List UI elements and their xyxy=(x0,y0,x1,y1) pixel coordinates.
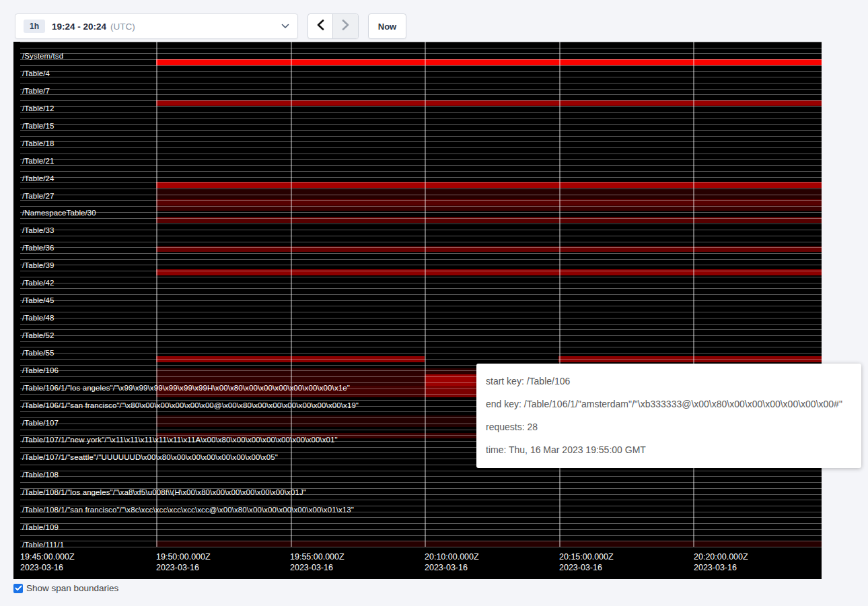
span-label: /Table/45 xyxy=(22,296,55,304)
time-axis-tick: 19:45:00.000Z2023-03-16 xyxy=(20,551,75,573)
span-boundary-line xyxy=(20,547,822,547)
span-boundary-line xyxy=(20,253,822,254)
footer: Show span boundaries xyxy=(13,583,118,593)
span-label: /Table/106/1/"san francisco"/"\x80\x00\x… xyxy=(22,401,359,409)
chevron-down-icon xyxy=(281,24,289,29)
duration-badge: 1h xyxy=(24,20,45,33)
span-label: /Table/108/1/"los angeles"/"\xa8\xf5\u00… xyxy=(22,488,306,496)
span-boundary-line xyxy=(20,294,822,295)
span-boundary-line xyxy=(20,529,822,530)
time-axis-date: 2023-03-16 xyxy=(694,562,748,573)
chevron-left-icon xyxy=(317,20,324,33)
span-boundary-line xyxy=(20,94,822,95)
span-label: /Table/7 xyxy=(22,87,50,95)
time-axis-date: 2023-03-16 xyxy=(20,562,75,573)
span-boundary-line xyxy=(20,154,822,154)
span-boundary-line xyxy=(20,265,822,265)
span-boundary-line xyxy=(20,48,822,48)
time-nav-group xyxy=(308,13,359,39)
time-axis-time: 20:10:00.000Z xyxy=(425,551,479,562)
span-boundary-line xyxy=(20,535,822,536)
time-gridline xyxy=(425,42,426,547)
time-axis-tick: 19:50:00.000Z2023-03-16 xyxy=(156,551,211,573)
span-label: /Table/108 xyxy=(22,471,59,479)
time-axis-time: 20:15:00.000Z xyxy=(559,551,614,562)
time-gridline xyxy=(559,42,560,547)
span-label: /NamespaceTable/30 xyxy=(22,209,96,217)
span-label: /Table/4 xyxy=(22,69,50,77)
span-label: /Table/36 xyxy=(22,244,55,252)
time-axis-tick: 20:10:00.000Z2023-03-16 xyxy=(425,551,479,573)
span-boundary-line xyxy=(20,124,822,125)
span-boundary-line xyxy=(20,130,822,131)
heat-band xyxy=(156,188,822,199)
span-label: /Table/111/1 xyxy=(22,541,64,549)
next-time-button[interactable] xyxy=(333,14,358,38)
span-boundary-line xyxy=(20,100,822,101)
span-boundary-line xyxy=(20,329,822,330)
span-boundary-line xyxy=(20,341,822,342)
span-boundary-line xyxy=(20,59,822,60)
show-span-boundaries-label: Show span boundaries xyxy=(26,583,118,593)
key-visualizer[interactable]: /System/tsd/Table/4/Table/7/Table/12/Tab… xyxy=(13,42,822,579)
span-boundary-line xyxy=(20,312,822,312)
time-range-selector[interactable]: 1h 19:24 - 20:24 (UTC) xyxy=(15,13,298,39)
span-boundary-line xyxy=(20,106,822,107)
span-boundary-line xyxy=(20,541,822,541)
time-axis-tick: 20:20:00.000Z2023-03-16 xyxy=(694,551,748,573)
span-boundary-line xyxy=(20,283,822,283)
span-boundary-line xyxy=(20,347,822,347)
show-span-boundaries-checkbox[interactable] xyxy=(13,584,23,593)
span-boundary-line xyxy=(20,53,822,54)
span-boundary-line xyxy=(20,147,822,148)
span-label: /System/tsd xyxy=(22,52,63,60)
span-label: /Table/42 xyxy=(22,279,55,287)
span-boundary-line xyxy=(20,224,822,224)
span-boundary-line xyxy=(20,523,822,524)
span-boundary-line xyxy=(20,83,822,83)
span-boundary-line xyxy=(20,77,822,77)
span-boundary-line xyxy=(20,359,822,360)
time-axis-date: 2023-03-16 xyxy=(559,562,614,573)
check-icon xyxy=(15,585,22,591)
time-range-label: 19:24 - 20:24 xyxy=(52,22,106,32)
span-boundary-line xyxy=(20,65,822,66)
prev-time-button[interactable] xyxy=(308,14,333,38)
time-axis-time: 19:45:00.000Z xyxy=(20,551,75,562)
span-label: /Table/39 xyxy=(22,261,55,269)
span-label: /Table/24 xyxy=(22,174,55,182)
tooltip-requests: requests: 28 xyxy=(486,415,852,438)
heat-band xyxy=(156,541,822,547)
span-label: /Table/106 xyxy=(22,366,59,374)
span-boundary-line xyxy=(20,159,822,160)
chevron-right-icon xyxy=(342,20,349,33)
span-label: /Table/109 xyxy=(22,523,59,531)
span-boundary-line xyxy=(20,171,822,172)
span-label: /Table/33 xyxy=(22,226,55,234)
time-gridline xyxy=(291,42,292,547)
span-label: /Table/107/1/"new york"/"\x11\x11\x11\x1… xyxy=(22,436,338,444)
span-boundary-line xyxy=(20,500,822,500)
span-boundary-line xyxy=(20,300,822,301)
span-boundary-line xyxy=(20,288,822,289)
span-boundary-line xyxy=(20,189,822,189)
time-axis-time: 20:20:00.000Z xyxy=(694,551,748,562)
span-boundary-line xyxy=(20,318,822,318)
tooltip-end-key: end key: /Table/106/1/"amsterdam"/"\xb33… xyxy=(486,393,852,415)
span-boundary-line xyxy=(20,324,822,325)
now-button[interactable]: Now xyxy=(368,13,406,39)
time-axis-time: 19:50:00.000Z xyxy=(156,551,211,562)
span-boundary-line xyxy=(20,259,822,260)
span-boundary-line xyxy=(20,482,822,483)
time-axis-tick: 20:15:00.000Z2023-03-16 xyxy=(559,551,614,573)
time-gridline xyxy=(693,42,694,547)
span-boundary-line xyxy=(20,112,822,113)
time-axis-time: 19:55:00.000Z xyxy=(290,551,345,562)
span-label: /Table/55 xyxy=(22,349,55,357)
timezone-label: (UTC) xyxy=(110,22,135,32)
span-boundary-line xyxy=(20,206,822,207)
time-axis-tick: 19:55:00.000Z2023-03-16 xyxy=(290,551,345,573)
heat-band xyxy=(156,59,822,65)
span-label: /Table/21 xyxy=(22,157,55,165)
span-label: /Table/18 xyxy=(22,139,55,147)
